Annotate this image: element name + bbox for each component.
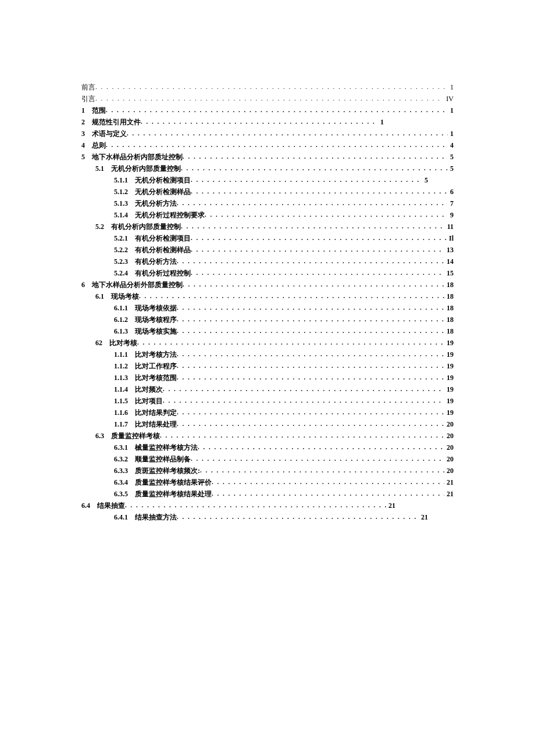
toc-entry-page: 18 bbox=[444, 279, 454, 291]
toc-entry-title: 结果抽查方法 bbox=[135, 511, 177, 523]
toc-dot-leader bbox=[139, 291, 444, 302]
toc-entry-title: 顺量监控样品制备 bbox=[135, 453, 191, 465]
toc-entry-title: 比对考核 bbox=[109, 337, 137, 349]
toc-entry-title: 前言 bbox=[81, 81, 95, 93]
toc-entry-page: 19 bbox=[444, 349, 454, 360]
toc-entry-page: 18 bbox=[444, 314, 454, 325]
toc-entry: 前言1 bbox=[81, 81, 454, 93]
toc-entry-page: 15 bbox=[444, 267, 454, 279]
toc-entry-page: 18 bbox=[444, 302, 454, 314]
toc-entry: 6.3.2顺量监控样品制备20 bbox=[81, 453, 454, 465]
toc-dot-leader bbox=[191, 232, 447, 243]
toc-entry-number: 5 bbox=[81, 151, 92, 163]
toc-entry-title: 质斑监控样考核频次: bbox=[135, 465, 200, 476]
toc-dot-leader bbox=[95, 93, 444, 104]
toc-entry-number: 5.1 bbox=[95, 163, 111, 174]
toc-entry-title: 有机分析内部质量控制 bbox=[111, 221, 181, 232]
toc-dot-leader bbox=[177, 511, 419, 522]
toc-dot-leader bbox=[177, 325, 444, 336]
toc-entry-page: 20 bbox=[444, 430, 454, 442]
toc-dot-leader bbox=[177, 349, 444, 360]
toc-entry-number: 1 bbox=[81, 105, 92, 116]
toc-entry-title: 质量监控样考核 bbox=[111, 430, 160, 442]
toc-entry: 1范围1 bbox=[81, 105, 454, 116]
toc-entry-page: 4 bbox=[448, 139, 454, 151]
toc-entry-page: 7 bbox=[448, 198, 454, 209]
toc-dot-leader bbox=[177, 198, 448, 209]
toc-entry-page: 14 bbox=[444, 256, 454, 267]
toc-entry-title: 术语与定义 bbox=[92, 128, 127, 139]
toc-entry-number: 1.1.7 bbox=[114, 418, 135, 430]
toc-entry: 6.1.2现场考核程序18 bbox=[81, 314, 454, 325]
toc-dot-leader bbox=[183, 151, 448, 162]
toc-entry: 5.1.2无机分析检测样品6 bbox=[81, 186, 454, 198]
toc-dot-leader bbox=[160, 430, 444, 441]
toc-entry-number: 5.1.1 bbox=[114, 174, 135, 186]
toc-entry: 5.2.3有机分析方法14 bbox=[81, 256, 454, 267]
toc-dot-leader bbox=[106, 105, 448, 116]
toc-entry-page: 19 bbox=[444, 372, 454, 384]
toc-entry-title: 无机分析过程控制要求 bbox=[135, 209, 205, 221]
toc-dot-leader bbox=[141, 116, 378, 127]
toc-entry-title: 规范性引用文件 bbox=[92, 116, 141, 128]
toc-entry-title: 比对结果处理 bbox=[135, 418, 177, 430]
toc-entry-page: 20 bbox=[444, 442, 454, 453]
toc-entry-page: 19 bbox=[444, 337, 454, 349]
toc-dot-leader bbox=[95, 81, 448, 92]
toc-entry-number: 5.1.2 bbox=[114, 186, 135, 198]
toc-entry-title: 地下水样品分析外部质量控制 bbox=[92, 279, 183, 291]
toc-entry: 1.1.5比对项目19 bbox=[81, 395, 454, 407]
toc-entry-number: 6.1.1 bbox=[114, 302, 135, 314]
toc-entry-number: 6.1 bbox=[95, 291, 111, 302]
toc-entry-title: 有机分析检测项目 bbox=[135, 232, 191, 244]
toc-entry: 1.1.1比对考核方法19 bbox=[81, 349, 454, 360]
toc-entry: 5地下水样品分析内部质址控制5 bbox=[81, 151, 454, 163]
toc-entry: 5.1无机分析内部质量控制5 bbox=[81, 163, 454, 174]
toc-entry-number: 5.1.4 bbox=[114, 209, 135, 221]
toc-entry-page: 1 bbox=[448, 81, 454, 93]
toc-dot-leader bbox=[177, 256, 444, 267]
toc-entry-number: 1.1.6 bbox=[114, 407, 135, 418]
toc-entry-number: 5.2 bbox=[95, 221, 111, 232]
toc-dot-leader bbox=[191, 186, 448, 197]
toc-entry: 2规范性引用文件1 bbox=[81, 116, 384, 128]
toc-entry-number: 5.2.3 bbox=[114, 256, 135, 267]
toc-entry: 5.1.3无机分析方法7 bbox=[81, 198, 454, 209]
toc-entry: 1.1.4比对频次19 bbox=[81, 384, 454, 395]
toc-entry: 5.2.2有机分析检测样品13 bbox=[81, 244, 454, 256]
toc-entry: 6.3质量监控样考核20 bbox=[81, 430, 454, 442]
toc-entry-number: 6.3.5 bbox=[114, 488, 135, 500]
toc-entry-page: 6 bbox=[448, 186, 454, 198]
toc-dot-leader bbox=[205, 209, 448, 220]
toc-entry: 6.4.1结果抽查方法21 bbox=[81, 511, 428, 523]
toc-dot-leader bbox=[198, 442, 444, 453]
toc-dot-leader bbox=[177, 407, 444, 418]
toc-dot-leader bbox=[106, 139, 448, 151]
toc-entry: 6.4结果抽查21 bbox=[81, 500, 395, 511]
toc-dot-leader bbox=[137, 337, 444, 348]
toc-page: 前言1引言IV1范围12规范性引用文件13术语与定义14总则45地下水样品分析内… bbox=[0, 0, 535, 756]
toc-entry: 引言IV bbox=[81, 93, 454, 105]
toc-entry-title: 结果抽查 bbox=[97, 500, 125, 511]
toc-dot-leader bbox=[163, 395, 444, 406]
toc-entry: 5.2.1有机分析检测项目Il bbox=[81, 232, 454, 244]
toc-entry: 6.3.5质量监控样考核结果处理21 bbox=[81, 488, 454, 500]
toc-entry-title: 比对工作程序 bbox=[135, 360, 177, 372]
toc-entry-number: 6.3.3 bbox=[114, 465, 135, 476]
toc-dot-leader bbox=[191, 267, 444, 278]
toc-entry-title: 比对考核方法 bbox=[135, 349, 177, 360]
toc-entry-number: 2 bbox=[81, 116, 92, 128]
toc-entry-number: 62 bbox=[95, 337, 109, 349]
toc-dot-leader bbox=[181, 163, 448, 174]
toc-entry-title: 现场考核程序 bbox=[135, 314, 177, 325]
toc-entry-page: 19 bbox=[444, 384, 454, 395]
toc-entry-number: 6.3.2 bbox=[114, 453, 135, 465]
toc-entry: 5.1.4无机分析过程控制要求9 bbox=[81, 209, 454, 221]
toc-entry-page: 5 bbox=[448, 151, 454, 163]
toc-entry-title: 有机分析过程控制 bbox=[135, 267, 191, 279]
toc-entry-number: 5.2.4 bbox=[114, 267, 135, 279]
toc-entry-page: 19 bbox=[444, 395, 454, 407]
toc-entry-number: 5.1.3 bbox=[114, 198, 135, 209]
toc-entry: 6.3.1械量监控样考核方法20 bbox=[81, 442, 454, 453]
toc-entry-title: 械量监控样考核方法 bbox=[135, 442, 198, 453]
